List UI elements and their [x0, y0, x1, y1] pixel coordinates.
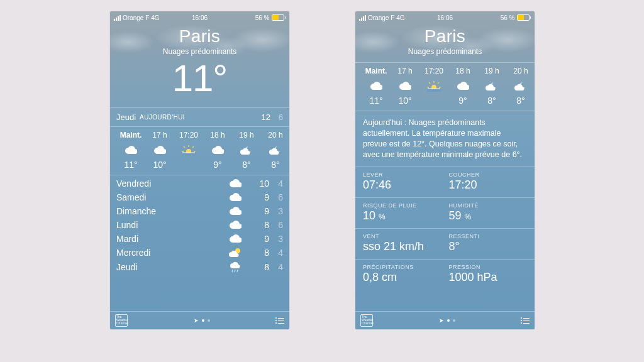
- hour-temp: 11°: [116, 160, 145, 170]
- detail-label: PRÉCIPITATIONS: [363, 264, 441, 270]
- hour-temp: 8°: [506, 96, 535, 106]
- day-name: Jeudi: [116, 262, 228, 272]
- day-name: Lundi: [116, 220, 228, 230]
- detail-value: 0,8 cm: [363, 271, 441, 284]
- detail-label: LEVER: [363, 172, 441, 178]
- cloud-icon: [228, 179, 243, 188]
- condition-label: Nuages prédominants: [110, 47, 289, 56]
- clock-label: 16:06: [110, 14, 289, 21]
- detail-value: 17:20: [449, 178, 528, 192]
- hour-label: 17:20: [174, 131, 203, 140]
- list-icon[interactable]: [275, 317, 284, 324]
- location-header: Paris Nuages prédominants: [110, 26, 289, 56]
- bottom-toolbar: The Weather Channel ➤: [110, 311, 289, 329]
- partly_night-icon: [477, 79, 506, 93]
- svg-rect-18: [427, 89, 441, 92]
- svg-line-10: [235, 270, 235, 272]
- cloud-icon: [228, 207, 243, 216]
- day-low: 3: [269, 206, 283, 216]
- condition-label: Nuages prédominants: [355, 47, 535, 56]
- svg-line-17: [438, 82, 439, 84]
- hour-label: 17 h: [391, 67, 419, 75]
- detail-value: 10 %: [363, 209, 441, 222]
- weather-screen-details: Orange F 4G 16:06 56 % Paris Nuages préd…: [355, 11, 535, 329]
- today-low: 6: [270, 112, 283, 122]
- hour-label: 20 h: [506, 67, 535, 75]
- page-dot: [202, 319, 204, 322]
- daily-row: Mercredi84: [110, 246, 289, 260]
- day-name: Mardi: [116, 234, 228, 244]
- detail-value: 8°: [449, 240, 528, 253]
- cloud-icon: [448, 79, 477, 93]
- hour-temp: 8°: [477, 96, 506, 106]
- hour-label: Maint.: [116, 131, 145, 140]
- list-icon[interactable]: [521, 317, 530, 324]
- weather-screen-main: Orange F 4G 16:06 56 % Paris Nuages préd…: [110, 11, 289, 329]
- detail-value: sso 21 km/h: [363, 240, 441, 253]
- hour-cell: 17:20: [174, 131, 203, 170]
- hourly-forecast[interactable]: Maint.11°17 h10°17:2018 h9°19 h8°20 h8°2: [355, 62, 535, 111]
- hour-label: 17 h: [145, 131, 174, 140]
- hourly-forecast[interactable]: Maint.11°17 h10°17:2018 h9°19 h8°20 h8°2: [110, 126, 289, 175]
- hour-cell: 17 h10°: [145, 131, 174, 170]
- hour-label: 18 h: [203, 131, 232, 140]
- location-arrow-icon: ➤: [194, 317, 199, 324]
- hour-cell: 20 h8°: [506, 67, 535, 106]
- location-header: Paris Nuages prédominants: [355, 26, 535, 56]
- day-low: 6: [269, 220, 283, 230]
- svg-line-4: [184, 146, 185, 148]
- weather-channel-icon[interactable]: The Weather Channel: [115, 314, 128, 327]
- day-name: Dimanche: [116, 206, 228, 216]
- status-bar: Orange F 4G 16:06 56 %: [355, 11, 535, 23]
- day-low: 3: [269, 234, 283, 244]
- day-high: 8: [243, 220, 269, 230]
- detail-precipitation: PRÉCIPITATIONS 0,8 cm: [355, 259, 445, 290]
- hour-cell: 17:20: [419, 67, 448, 106]
- page-dot: [208, 319, 210, 322]
- svg-rect-6: [182, 153, 196, 156]
- cloud-icon: [228, 234, 243, 243]
- cloud-icon: [228, 193, 243, 202]
- status-bar: Orange F 4G 16:06 56 %: [110, 11, 289, 23]
- today-day: Jeudi: [116, 112, 136, 122]
- detail-label: HUMIDITÉ: [449, 202, 528, 209]
- detail-value: 1000 hPa: [449, 271, 528, 284]
- page-indicator[interactable]: ➤: [194, 317, 210, 324]
- detail-label: RISQUE DE PLUIE: [363, 202, 441, 209]
- hour-temp: 10°: [391, 96, 419, 106]
- weather-channel-icon[interactable]: The Weather Channel: [360, 314, 373, 327]
- detail-value: 59 %: [449, 209, 528, 222]
- hour-label: Maint.: [362, 67, 391, 75]
- daily-forecast[interactable]: Vendredi104Samedi96Dimanche93Lundi86Mard…: [110, 175, 289, 276]
- daily-row: Lundi86: [110, 218, 289, 232]
- partly-icon: [228, 248, 243, 258]
- battery-icon: [517, 14, 531, 21]
- detail-sunrise: LEVER 07:46: [355, 167, 445, 197]
- day-name: Vendredi: [116, 178, 228, 189]
- hour-temp: 9°: [448, 96, 477, 106]
- day-low: 4: [269, 262, 283, 272]
- page-indicator[interactable]: ➤: [439, 317, 455, 324]
- bottom-toolbar: The Weather Channel ➤: [355, 311, 535, 329]
- today-summary: Aujourd'hui : Nuages prédominants actuel…: [355, 111, 535, 167]
- hour-temp: 9°: [203, 160, 232, 170]
- hour-cell: 20 h8°: [261, 131, 289, 170]
- day-high: 8: [243, 248, 269, 258]
- hour-label: 18 h: [448, 67, 477, 75]
- hour-cell: 19 h8°: [232, 131, 261, 170]
- detail-pressure: PRESSION 1000 hPa: [445, 259, 535, 290]
- cloud-icon: [391, 79, 419, 93]
- hour-cell: 18 h9°: [203, 131, 232, 170]
- svg-line-16: [429, 82, 430, 84]
- detail-rain-chance: RISQUE DE PLUIE 10 %: [355, 197, 445, 228]
- sunset-icon: [174, 143, 203, 157]
- sunset-icon: [419, 79, 448, 93]
- hour-cell: Maint.11°: [116, 131, 145, 170]
- day-high: 10: [243, 178, 269, 189]
- hour-label: 17:20: [419, 67, 448, 75]
- day-low: 4: [269, 178, 283, 189]
- showers-icon: [228, 261, 243, 273]
- hour-cell: 18 h9°: [448, 67, 477, 106]
- current-temperature: 11°: [110, 60, 289, 97]
- daily-row: Vendredi104: [110, 177, 289, 190]
